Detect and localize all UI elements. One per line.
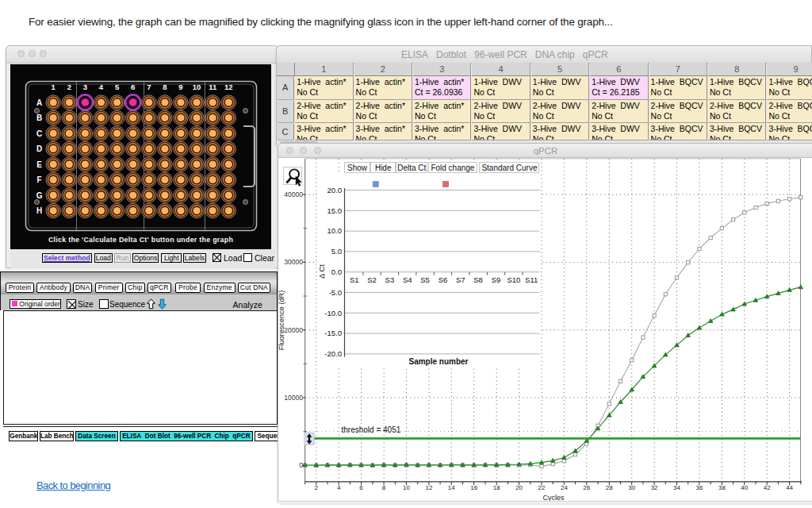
svg-text:30000: 30000 <box>284 258 303 266</box>
svg-text:Sample number: Sample number <box>408 357 468 366</box>
svg-text:9: 9 <box>178 83 182 91</box>
svg-text:40: 40 <box>741 484 748 491</box>
svg-text:S11: S11 <box>525 275 538 284</box>
svg-text:7: 7 <box>147 83 151 91</box>
svg-text:8: 8 <box>382 484 386 491</box>
svg-text:11: 11 <box>209 83 217 91</box>
svg-text:Click the 'Calculate Delta Ct': Click the 'Calculate Delta Ct' button un… <box>48 236 233 244</box>
svg-text:S9: S9 <box>492 275 501 284</box>
svg-text:H: H <box>36 206 42 215</box>
svg-text:10.0: 10.0 <box>327 226 343 235</box>
svg-text:1: 1 <box>52 83 56 91</box>
svg-text:4: 4 <box>99 83 104 91</box>
svg-text:20: 20 <box>515 484 523 491</box>
svg-text:20000: 20000 <box>284 326 303 334</box>
svg-text:S10: S10 <box>507 275 520 284</box>
svg-text:S4: S4 <box>403 275 412 284</box>
svg-text:6: 6 <box>131 83 135 91</box>
svg-text:E: E <box>36 160 42 169</box>
svg-text:20.0: 20.0 <box>327 186 343 194</box>
svg-text:S8: S8 <box>473 275 483 284</box>
svg-text:S1: S1 <box>350 275 359 284</box>
svg-text:32: 32 <box>651 484 658 491</box>
svg-text:6: 6 <box>359 484 363 491</box>
svg-text:5.0: 5.0 <box>331 247 342 256</box>
svg-text:C: C <box>36 129 42 138</box>
svg-text:10: 10 <box>403 484 410 491</box>
svg-text:10: 10 <box>193 83 201 91</box>
svg-text:12: 12 <box>224 83 233 91</box>
svg-text:S5: S5 <box>420 275 430 284</box>
svg-text:24: 24 <box>561 484 568 491</box>
svg-text:10000: 10000 <box>284 394 303 402</box>
svg-text:30: 30 <box>628 484 635 491</box>
svg-text:0.0: 0.0 <box>331 267 342 276</box>
svg-text:40000: 40000 <box>284 190 303 198</box>
svg-text:15.0: 15.0 <box>327 206 343 215</box>
svg-text:Fluorescence (dR): Fluorescence (dR) <box>278 291 285 351</box>
svg-text:B: B <box>36 114 42 122</box>
svg-text:G: G <box>36 191 43 200</box>
svg-text:34: 34 <box>673 484 680 491</box>
svg-text:42: 42 <box>764 484 771 491</box>
svg-text:-5.0: -5.0 <box>329 288 342 297</box>
svg-text:A: A <box>36 98 42 107</box>
svg-text:S2: S2 <box>367 275 377 284</box>
svg-text:18: 18 <box>493 484 500 491</box>
svg-text:S3: S3 <box>385 275 395 284</box>
svg-text:threshold = 4051: threshold = 4051 <box>342 425 401 434</box>
svg-text:S6: S6 <box>439 275 448 284</box>
svg-text:Δ Ct: Δ Ct <box>317 264 326 279</box>
svg-text:2: 2 <box>67 83 71 91</box>
svg-text:-15.0: -15.0 <box>324 329 342 337</box>
svg-text:12: 12 <box>425 484 432 491</box>
svg-text:14: 14 <box>448 484 455 491</box>
svg-text:8: 8 <box>163 83 167 91</box>
svg-text:-10.0: -10.0 <box>324 309 342 318</box>
svg-text:D: D <box>36 144 42 153</box>
svg-text:-20.0: -20.0 <box>324 349 342 358</box>
svg-text:26: 26 <box>583 484 590 491</box>
svg-text:38: 38 <box>718 484 726 491</box>
svg-text:F: F <box>37 175 42 184</box>
svg-text:16: 16 <box>470 484 477 491</box>
svg-text:36: 36 <box>695 484 703 491</box>
svg-text:44: 44 <box>786 484 793 491</box>
svg-text:S7: S7 <box>456 275 465 284</box>
svg-text:2: 2 <box>315 484 319 491</box>
svg-text:22: 22 <box>538 484 546 491</box>
svg-text:3: 3 <box>83 83 87 91</box>
svg-text:4: 4 <box>337 484 341 491</box>
svg-text:5: 5 <box>115 83 120 91</box>
svg-text:28: 28 <box>606 484 613 491</box>
